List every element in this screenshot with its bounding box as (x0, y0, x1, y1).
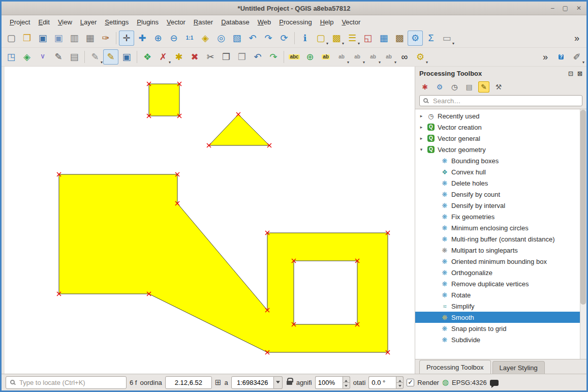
scale-dropdown-button[interactable] (274, 376, 283, 389)
minimize-button[interactable]: – (551, 5, 554, 12)
maximize-button[interactable]: ▢ (563, 5, 568, 12)
style-manager-button[interactable]: ✑ (98, 31, 113, 46)
menu-edit[interactable]: Edit (34, 17, 53, 27)
tree-item-vector-creation[interactable]: ▸QVector creation (415, 122, 586, 133)
open-attribute-table-button[interactable]: ▦ (376, 31, 391, 46)
close-panel-button[interactable]: ⊠ (577, 70, 582, 77)
messages-icon[interactable] (490, 380, 499, 386)
pan-to-selection-button[interactable]: ✚ (135, 31, 150, 46)
expander-icon[interactable]: ▾ (418, 147, 424, 152)
toolbox-search-input[interactable] (419, 95, 582, 106)
zoom-last-button[interactable]: ↶ (245, 31, 260, 46)
scale-input[interactable] (231, 376, 274, 389)
zoom-next-button[interactable]: ↷ (261, 31, 276, 46)
expander-icon[interactable]: ▸ (418, 125, 424, 130)
save-project-as-button[interactable]: ▣ (51, 31, 66, 46)
new-print-layout-button[interactable]: ▥ (67, 31, 82, 46)
lock-scale-icon[interactable] (287, 381, 292, 385)
copy-features-button[interactable]: ❐ (219, 49, 234, 65)
tree-item-convex-hull[interactable]: ❖Convex hull (415, 166, 586, 177)
toolbar-extension-button[interactable]: » (538, 49, 553, 65)
tree-item-delete-holes[interactable]: ❋Delete holes (415, 177, 586, 189)
change-label-button[interactable]: ab▾ (381, 49, 396, 65)
menu-vector[interactable]: Vector (337, 17, 364, 27)
tree-item-bounding-boxes[interactable]: ❋Bounding boxes (415, 155, 586, 166)
processing-toolbox-button[interactable]: ⚙ (408, 31, 423, 46)
algorithms-filter-button[interactable]: ✱ (419, 81, 430, 93)
tab-processing-toolbox[interactable]: Processing Toolbox (419, 360, 491, 374)
label-toolbar-button[interactable]: ab (318, 49, 333, 65)
menu-database[interactable]: Database (217, 17, 254, 27)
tree-item-snap-points-to-grid[interactable]: ❋Snap points to grid (415, 323, 586, 334)
identify-features-button[interactable]: ℹ (297, 31, 313, 46)
render-checkbox[interactable] (407, 379, 414, 386)
layout-manager-button[interactable]: ▦ (82, 31, 98, 46)
show-hide-labels-button[interactable]: ab▾ (350, 49, 365, 65)
measure-button[interactable]: ▭▾ (439, 31, 454, 46)
titlebar[interactable]: *Untitled Project - QGIS a8eba57812 –▢✕ (2, 2, 586, 15)
nominatim-search-button[interactable]: ∞ (397, 49, 412, 65)
results-viewer-button[interactable]: ▤ (463, 81, 475, 93)
field-calculator-button[interactable]: ▩ (392, 31, 407, 46)
redo-button[interactable]: ↷ (266, 49, 281, 65)
tree-item-vector-general[interactable]: ▸QVector general (415, 133, 586, 144)
save-layer-edits-button[interactable]: ▣ (119, 49, 134, 65)
menu-help[interactable]: Help (316, 17, 338, 27)
cut-features-button[interactable]: ✂ (203, 49, 218, 65)
menu-project[interactable]: Project (6, 17, 34, 27)
toolbar-extension-button[interactable]: » (569, 31, 584, 46)
new-virtual-layer-button[interactable]: ✎ (51, 49, 66, 65)
toggle-editing-button[interactable]: ✎ (103, 49, 118, 65)
crs-icon[interactable]: ◍ (442, 378, 449, 387)
menu-processing[interactable]: Processing (275, 17, 316, 27)
pan-map-button[interactable]: ✛ (119, 31, 134, 46)
new-project-button[interactable]: ▢ (4, 31, 19, 46)
crs-label[interactable]: EPSG:4326 (452, 379, 487, 386)
zoom-full-button[interactable]: ◈ (198, 31, 213, 46)
options-button[interactable]: ⚒ (493, 81, 504, 93)
save-project-button[interactable]: ▣ (35, 31, 50, 46)
new-shapefile-layer-button[interactable]: V (35, 49, 50, 65)
tree-item-recently-used[interactable]: ▸◷Recently used (415, 110, 586, 122)
vertex-tool-button[interactable]: ✗▾ (156, 49, 171, 65)
map-canvas[interactable] (5, 67, 415, 374)
tree-scrollbar[interactable] (580, 109, 586, 359)
menu-web[interactable]: Web (254, 17, 275, 27)
zoom-to-layer-button[interactable]: ▧ (229, 31, 244, 46)
paste-features-button[interactable]: ❐ (234, 49, 250, 65)
models-button[interactable]: ⚙ (434, 81, 445, 93)
locate-input[interactable] (6, 378, 126, 387)
new-temporary-layer-button[interactable]: ▤ (67, 49, 82, 65)
close-button[interactable]: ✕ (576, 5, 581, 12)
tree-item-densify-by-interval[interactable]: ❋Densify by interval (415, 200, 586, 211)
zoom-in-button[interactable]: ⊕ (150, 31, 166, 46)
tree-item-fix-geometries[interactable]: ❋Fix geometries (415, 211, 586, 222)
tree-item-multi-ring-buffer-constant-distance[interactable]: ❋Multi-ring buffer (constant distance) (415, 233, 586, 245)
tree-item-densify-by-count[interactable]: ❋Densify by count (415, 189, 586, 200)
current-edits-button[interactable]: ✎▾ (87, 49, 103, 65)
menu-plugins[interactable]: Plugins (133, 17, 163, 27)
select-by-location-button[interactable]: ◱ (360, 31, 376, 46)
move-label-button[interactable]: ab▾ (365, 49, 381, 65)
select-features-button[interactable]: ▢▾ (313, 31, 328, 46)
edit-features-in-place-button[interactable]: ✎ (478, 81, 489, 93)
rotation-input[interactable] (368, 376, 396, 389)
data-source-manager-button[interactable]: ◳ (4, 49, 19, 65)
add-polygon-feature-button[interactable]: ❖ (140, 49, 155, 65)
tree-item-orthogonalize[interactable]: ❋Orthogonalize (415, 267, 586, 278)
help-contents-button[interactable]: ? (553, 49, 569, 65)
tree-item-minimum-enclosing-circles[interactable]: ❋Minimum enclosing circles (415, 222, 586, 233)
open-project-button[interactable]: ❒ (19, 31, 35, 46)
delete-selected-button[interactable]: ✖ (187, 49, 202, 65)
digitizing-tools-button[interactable]: ✐▾ (569, 49, 584, 65)
edit-menu-button[interactable]: ⚙▾ (413, 49, 428, 65)
float-panel-button[interactable]: ⊡ (568, 70, 573, 77)
history-button[interactable]: ◷ (449, 81, 460, 93)
tree-item-simplify[interactable]: ≈Simplify (415, 300, 586, 312)
tree-item-smooth[interactable]: ❊Smooth (415, 312, 586, 323)
zoom-out-button[interactable]: ⊖ (166, 31, 181, 46)
statistical-summary-button[interactable]: Σ (423, 31, 439, 46)
zoom-native-button[interactable]: 1:1 (182, 31, 197, 46)
zoom-to-selection-button[interactable]: ◎ (213, 31, 229, 46)
spinner-buttons[interactable] (343, 376, 350, 389)
